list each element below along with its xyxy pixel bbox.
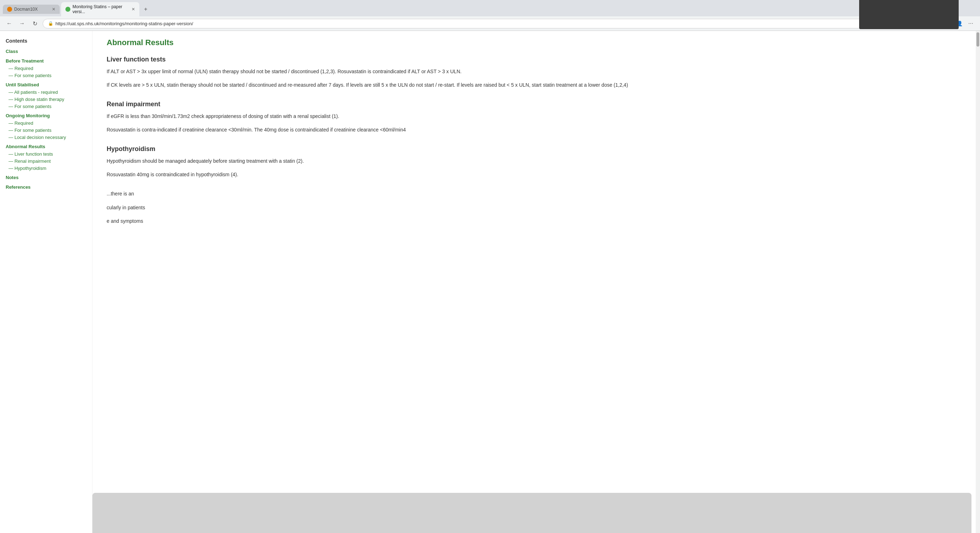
docman-favicon [7,7,12,12]
sidebar-sub-required-ongoing[interactable]: Required [6,120,86,127]
tab-docman-label: Docman10X [14,7,38,12]
sidebar-sub-some-before[interactable]: For some patients [6,72,86,79]
page-title: Abnormal Results [107,38,961,47]
sidebar-item-until-stabilised[interactable]: Until Stabilised [6,81,86,88]
liver-para-1: If ALT or AST > 3x upper limit of normal… [107,68,961,75]
sidebar-sub-hypothyroidism[interactable]: Hypothyroidism [6,165,86,171]
sidebar-sub-required-before[interactable]: Required [6,65,86,72]
renal-para-1: If eGFR is less than 30ml/min/1.73m2 che… [107,112,961,120]
browser-chrome: Docman10X ✕ Monitoring Statins – paper v… [0,0,980,31]
sidebar-item-references[interactable]: References [6,184,86,190]
tab-docman[interactable]: Docman10X ✕ [3,5,60,14]
scrollbar[interactable] [976,31,980,533]
back-button[interactable]: ← [4,19,14,29]
sidebar-sub-some-until[interactable]: For some patients [6,103,86,110]
tab-docman-close[interactable]: ✕ [52,7,56,12]
section-hypothyroidism: Hypothyroidism Hypothyroidism should be … [107,145,961,179]
sidebar-title: Contents [6,38,86,44]
sidebar-item-notes[interactable]: Notes [6,174,86,181]
more-button[interactable]: ⋯ [966,19,976,29]
tab-bar: Docman10X ✕ Monitoring Statins – paper v… [0,0,980,16]
liver-section-title: Liver function tests [107,56,961,63]
statins-favicon [65,7,70,12]
partial-text-3: e and symptoms [107,217,961,225]
refresh-button[interactable]: ↻ [30,19,40,29]
section-renal: Renal impairment If eGFR is less than 30… [107,101,961,134]
sidebar-sub-liver[interactable]: Liver function tests [6,151,86,157]
url-bar[interactable]: 🔒 https://uat.sps.nhs.uk/monitorings/mon… [43,19,918,29]
sidebar-sub-all-patients[interactable]: All patients - required [6,89,86,95]
sidebar-item-before-treatment[interactable]: Before Treatment [6,57,86,64]
partial-text-2: cularly in patients [107,204,961,211]
section-liver: Liver function tests If ALT or AST > 3x … [107,56,961,89]
hypo-section-title: Hypothyroidism [107,145,961,153]
sidebar-item-class[interactable]: Class [6,48,86,55]
partial-text-1: ...there is an [107,190,961,198]
sidebar: Contents Class Before Treatment Required… [0,31,92,533]
sidebar-sub-some-ongoing[interactable]: For some patients [6,127,86,133]
renal-para-2: Rosuvastatin is contra-indicated if crea… [107,126,961,133]
new-tab-button[interactable]: + [141,4,151,14]
dark-overlay [859,0,959,29]
blurred-overlay [92,493,972,533]
sidebar-item-ongoing[interactable]: Ongoing Monitoring [6,112,86,119]
nav-bar: ← → ↻ 🔒 https://uat.sps.nhs.uk/monitorin… [0,16,980,30]
section-partial: ...there is an cularly in patients e and… [107,190,961,225]
main-content: Abnormal Results Liver function tests If… [92,31,976,533]
lock-icon: 🔒 [48,21,53,26]
tab-statins-label: Monitoring Statins – paper versi... [73,4,129,14]
page-layout: Contents Class Before Treatment Required… [0,31,980,533]
tab-statins-close[interactable]: ✕ [132,7,135,12]
url-text: https://uat.sps.nhs.uk/monitorings/monit… [56,21,193,26]
sidebar-sub-high-dose[interactable]: High dose statin therapy [6,96,86,103]
hypo-para-1: Hypothyroidism should be managed adequat… [107,157,961,165]
sidebar-sub-renal[interactable]: Renal impairment [6,158,86,165]
hypo-para-2: Rosuvastatin 40mg is contraindicated in … [107,171,961,178]
sidebar-sub-local-decision[interactable]: Local decision necessary [6,134,86,141]
liver-para-2: If CK levels are > 5 x ULN, statin thera… [107,81,961,89]
scrollbar-thumb[interactable] [977,32,979,46]
forward-button[interactable]: → [17,19,27,29]
sidebar-item-abnormal[interactable]: Abnormal Results [6,143,86,150]
tab-statins[interactable]: Monitoring Statins – paper versi... ✕ [61,2,139,16]
renal-section-title: Renal impairment [107,101,961,108]
